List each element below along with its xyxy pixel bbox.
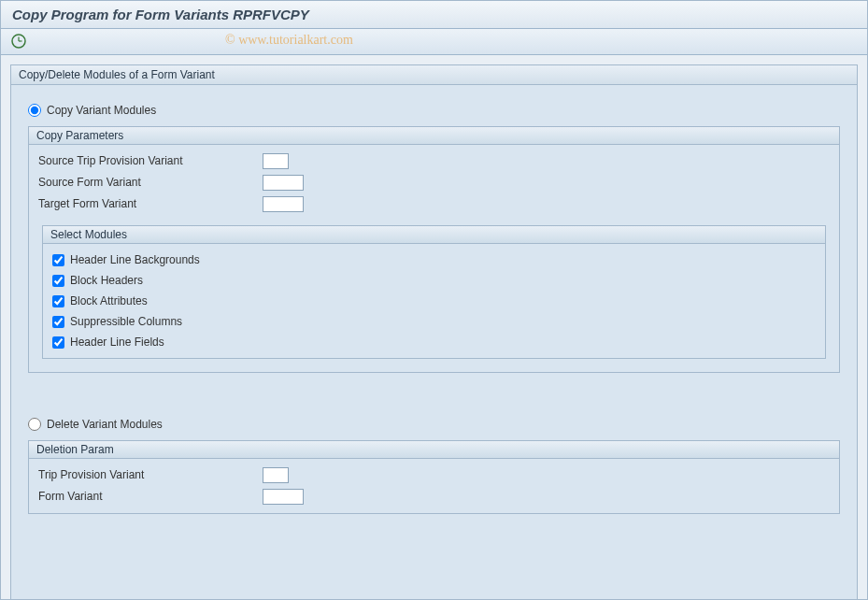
- input-source-form-variant[interactable]: [263, 175, 304, 191]
- checkbox-block-attributes[interactable]: [52, 295, 64, 307]
- field-label: Trip Provision Variant: [38, 468, 263, 481]
- field-label: Source Trip Provision Variant: [38, 154, 263, 167]
- field-form-variant: Form Variant: [38, 486, 830, 507]
- field-target-form-variant: Target Form Variant: [38, 193, 830, 214]
- field-label: Target Form Variant: [38, 197, 263, 210]
- field-source-form-variant: Source Form Variant: [38, 172, 830, 193]
- checkbox-block-headers[interactable]: [52, 275, 64, 287]
- check-row-1[interactable]: Block Headers: [52, 270, 816, 291]
- watermark: © www.tutorialkart.com: [225, 33, 353, 48]
- input-target-form-variant[interactable]: [263, 196, 304, 212]
- page-title: Copy Program for Form Variants RPRFVCPY: [1, 1, 867, 29]
- deletion-param-title: Deletion Param: [29, 441, 839, 459]
- radio-delete[interactable]: [28, 418, 41, 431]
- content-area: Copy/Delete Modules of a Form Variant Co…: [1, 55, 867, 599]
- main-groupbox-body: Copy Variant Modules Copy Parameters Sou…: [11, 85, 857, 536]
- deletion-param-body: Trip Provision Variant Form Variant: [29, 459, 839, 513]
- check-row-4[interactable]: Header Line Fields: [52, 332, 816, 352]
- field-trip-provision: Trip Provision Variant: [38, 464, 830, 485]
- main-groupbox: Copy/Delete Modules of a Form Variant Co…: [10, 64, 858, 600]
- deletion-param-group: Deletion Param Trip Provision Variant Fo…: [28, 440, 840, 514]
- radio-copy-row[interactable]: Copy Variant Modules: [28, 104, 840, 117]
- checkbox-suppressible-columns[interactable]: [52, 316, 64, 328]
- checkbox-label: Header Line Fields: [70, 336, 164, 349]
- checkbox-label: Block Headers: [70, 274, 143, 287]
- select-modules-title: Select Modules: [43, 226, 825, 244]
- radio-delete-label: Delete Variant Modules: [47, 418, 163, 431]
- checkbox-header-line-backgrounds[interactable]: [52, 254, 64, 266]
- field-label: Form Variant: [38, 490, 263, 503]
- input-source-trip-provision[interactable]: [263, 153, 289, 169]
- checkbox-label: Header Line Backgrounds: [70, 253, 200, 266]
- title-text: Copy Program for Form Variants RPRFVCPY: [12, 7, 309, 22]
- copy-params-body: Source Trip Provision Variant Source For…: [29, 145, 839, 372]
- radio-copy-label: Copy Variant Modules: [47, 104, 156, 117]
- spacer: [28, 384, 840, 410]
- field-label: Source Form Variant: [38, 176, 263, 189]
- radio-copy[interactable]: [28, 104, 41, 117]
- radio-delete-row[interactable]: Delete Variant Modules: [28, 418, 840, 431]
- check-row-3[interactable]: Suppressible Columns: [52, 311, 816, 332]
- input-form-variant[interactable]: [263, 489, 304, 505]
- copy-params-title: Copy Parameters: [29, 127, 839, 145]
- copy-params-group: Copy Parameters Source Trip Provision Va…: [28, 126, 840, 373]
- checkbox-header-line-fields[interactable]: [52, 336, 64, 349]
- main-groupbox-title: Copy/Delete Modules of a Form Variant: [11, 65, 857, 85]
- input-trip-provision[interactable]: [263, 467, 289, 483]
- check-row-2[interactable]: Block Attributes: [52, 291, 816, 311]
- checkbox-label: Suppressible Columns: [70, 315, 182, 328]
- select-modules-group: Select Modules Header Line Backgrounds B…: [42, 225, 826, 359]
- execute-icon[interactable]: [10, 33, 27, 50]
- toolbar: © www.tutorialkart.com: [1, 29, 867, 55]
- select-modules-body: Header Line Backgrounds Block Headers Bl…: [43, 244, 825, 358]
- field-source-trip-provision: Source Trip Provision Variant: [38, 150, 830, 171]
- checkbox-label: Block Attributes: [70, 294, 148, 307]
- check-row-0[interactable]: Header Line Backgrounds: [52, 250, 816, 270]
